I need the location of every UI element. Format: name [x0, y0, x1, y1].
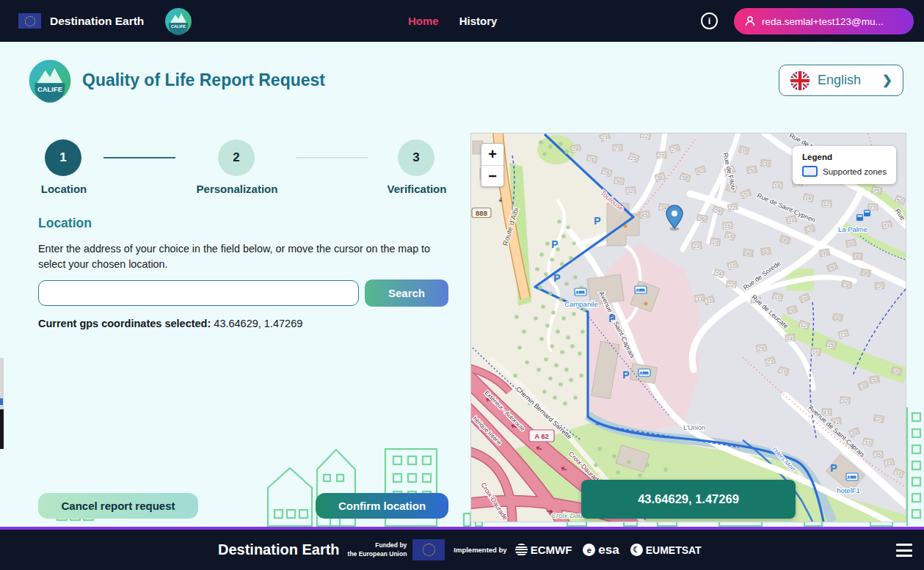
road-ref-badge: 888	[476, 209, 487, 217]
house-number: 6	[764, 249, 767, 255]
language-selector[interactable]: English ❯	[779, 65, 903, 96]
place-label: L'Union	[683, 424, 705, 431]
step-2-circle[interactable]: 2	[218, 139, 255, 176]
map-canvas[interactable]: ➔ ➔ ➔ ➔ ➔ ➔ 2122232425262729283032363834…	[471, 134, 906, 522]
house-number: 29	[672, 146, 677, 153]
cancel-report-button[interactable]: Cancel report request	[38, 493, 198, 519]
quality-of-life-app: Destination Earth CALIFE Home History i …	[0, 0, 924, 570]
house-number: 3	[862, 383, 865, 390]
menu-icon[interactable]	[896, 544, 912, 557]
language-label: English	[818, 73, 861, 88]
house-number: 3	[845, 282, 848, 288]
hotel-icon	[635, 286, 647, 293]
house-number: 22	[642, 134, 648, 139]
house-number: 22	[728, 282, 734, 288]
house-number: 8	[746, 250, 749, 257]
house-number: 6	[856, 254, 859, 260]
house-number: 3	[764, 161, 767, 167]
house-number: 22	[730, 205, 735, 211]
parking-icon: P	[553, 272, 560, 284]
house-number: 2	[878, 283, 881, 290]
house-number: 34	[661, 205, 666, 211]
house-number: 18	[774, 183, 780, 189]
ecmwf-globe-icon	[515, 544, 528, 556]
house-number: 11	[774, 294, 780, 301]
house-number: 4	[864, 270, 867, 277]
coordinates-label: Current gps coordinates selected:	[38, 318, 211, 329]
map-panel: ➔ ➔ ➔ ➔ ➔ ➔ 2122232425262729283032363834…	[470, 133, 906, 522]
house-number: 26	[589, 156, 594, 163]
implemented-by-text: Implemented by	[454, 546, 506, 554]
house-number: 17	[727, 233, 732, 240]
house-number: 33	[696, 296, 702, 302]
zoom-in-button[interactable]: +	[481, 144, 503, 165]
house-number: 5	[831, 265, 834, 271]
eumetsat-icon: ☾	[630, 544, 643, 556]
background-window-artifact	[0, 409, 4, 449]
address-search-input[interactable]	[38, 280, 359, 306]
house-number: 21	[780, 368, 786, 375]
ecmwf-logo: ECMWF	[515, 544, 572, 556]
parking-icon: P	[622, 369, 629, 381]
house-number: 25	[630, 155, 636, 161]
nav-link-home[interactable]: Home	[408, 15, 439, 27]
eu-flag-icon	[18, 13, 41, 29]
step-2-label: Personalization	[197, 183, 278, 195]
footer-brand: Destination Earth	[218, 541, 340, 558]
esa-logo: e esa	[583, 543, 619, 558]
zoom-out-button[interactable]: −	[481, 165, 503, 186]
house-number: 7	[803, 296, 806, 302]
navbar-brand: Destination Earth	[50, 15, 144, 28]
current-coordinates-line: Current gps coordinates selected: 43.646…	[38, 318, 302, 329]
house-number: 45	[641, 212, 647, 219]
house-number: 1	[823, 250, 826, 257]
user-email: reda.semlal+test123@mu...	[762, 16, 884, 27]
search-button[interactable]: Search	[365, 279, 448, 307]
step-3-label: Verification	[388, 183, 447, 195]
house-number: 13	[840, 332, 846, 338]
house-number: 31	[895, 470, 901, 477]
road-ref-badge: A 62	[534, 432, 549, 440]
funded-by-text: Funded bythe European Union	[348, 541, 407, 558]
parking-icon: P	[594, 215, 600, 227]
house-number: 8	[836, 315, 839, 321]
legend-item-label: Supported zones	[823, 167, 887, 176]
parking-icon: P	[830, 462, 837, 474]
house-number: 20	[743, 191, 749, 198]
user-account-button[interactable]: reda.semlal+test123@mu...	[734, 8, 914, 34]
step-3-circle[interactable]: 3	[398, 139, 434, 176]
house-number: 21	[694, 243, 699, 249]
house-number: 9	[790, 307, 793, 314]
confirm-location-button[interactable]: Confirm location	[316, 493, 448, 519]
house-number: 39	[851, 430, 857, 436]
house-number: 73	[870, 205, 876, 211]
parking-icon: P	[608, 313, 615, 324]
uk-flag-icon	[790, 70, 810, 91]
house-number: 1	[742, 147, 745, 154]
house-number: 75	[873, 188, 879, 194]
coordinates-value: 43.64629, 1.47269	[214, 318, 302, 329]
house-number: 8	[849, 241, 852, 247]
step-1-circle[interactable]: 1	[45, 139, 81, 176]
house-number: 23	[614, 145, 620, 152]
step-connector-1	[103, 157, 175, 158]
svg-text:CALIFE: CALIFE	[171, 24, 186, 29]
top-navbar: Destination Earth CALIFE Home History i …	[0, 0, 924, 42]
info-icon[interactable]: i	[701, 12, 718, 29]
background-window-artifact	[0, 398, 3, 405]
map-zoom-control: + −	[481, 143, 504, 187]
eumetsat-logo: ☾ EUMETSAT	[630, 544, 702, 556]
house-number: 23	[767, 359, 773, 365]
house-number: 37	[865, 439, 870, 446]
house-number: 4	[783, 237, 786, 244]
house-number: 12	[823, 201, 829, 208]
chevron-right-icon: ❯	[882, 73, 892, 88]
house-number: 27	[658, 153, 664, 159]
house-number: 32	[627, 188, 633, 194]
house-number: 12	[801, 322, 807, 329]
house-number: 5	[873, 377, 876, 384]
house-number: 2	[877, 416, 880, 423]
calife-logo-icon[interactable]: CALIFE	[164, 7, 192, 35]
nav-link-history[interactable]: History	[459, 15, 498, 27]
house-number: 35	[875, 452, 881, 458]
